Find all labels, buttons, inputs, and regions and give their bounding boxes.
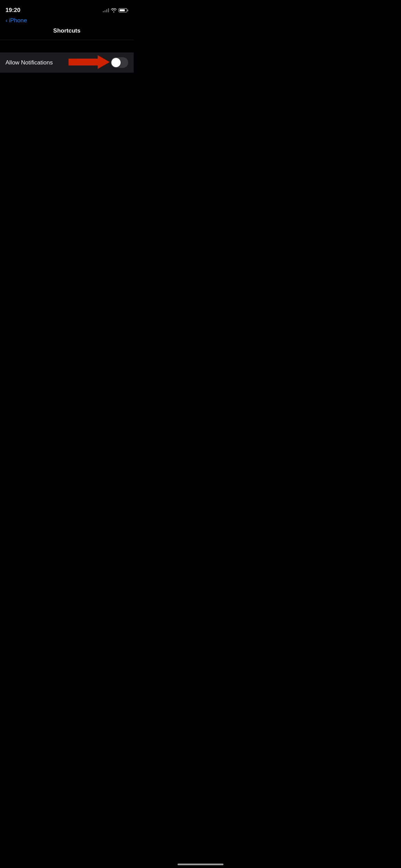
allow-notifications-label: Allow Notifications bbox=[5, 59, 53, 66]
section-gap bbox=[0, 40, 134, 52]
status-time: 19:20 bbox=[5, 7, 20, 14]
chevron-left-icon: ‹ bbox=[5, 17, 8, 24]
nav-header: Shortcuts bbox=[0, 25, 134, 40]
status-icons bbox=[103, 8, 128, 12]
wifi-icon bbox=[111, 8, 117, 12]
back-button[interactable]: ‹ iPhone bbox=[5, 17, 27, 24]
allow-notifications-row: Allow Notifications bbox=[0, 52, 134, 73]
signal-icon bbox=[103, 8, 109, 12]
svg-marker-0 bbox=[69, 55, 110, 69]
back-label: iPhone bbox=[9, 17, 27, 24]
page-title: Shortcuts bbox=[53, 27, 80, 34]
allow-notifications-toggle[interactable] bbox=[111, 57, 128, 68]
battery-icon bbox=[119, 8, 128, 12]
toggle-thumb bbox=[111, 58, 121, 67]
settings-section: Allow Notifications bbox=[0, 52, 134, 73]
back-nav: ‹ iPhone bbox=[0, 17, 134, 25]
status-bar: 19:20 bbox=[0, 0, 134, 17]
annotation-arrow bbox=[69, 53, 110, 72]
